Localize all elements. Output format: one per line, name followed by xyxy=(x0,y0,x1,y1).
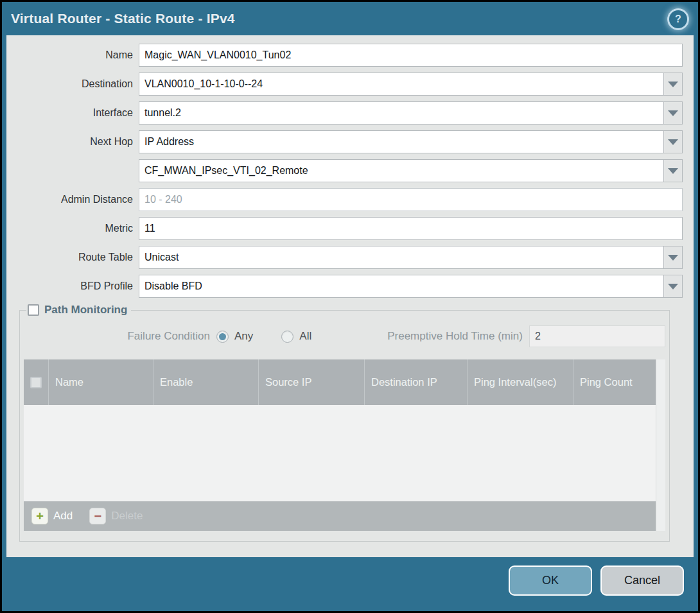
ok-button[interactable]: OK xyxy=(509,566,592,596)
select-all-header-cell xyxy=(24,359,48,405)
interface-dropdown-button[interactable] xyxy=(664,101,683,125)
next-hop-type-input[interactable] xyxy=(139,130,664,153)
failure-condition-label: Failure Condition xyxy=(24,330,216,343)
admin-distance-field-wrap xyxy=(139,188,683,211)
delete-button[interactable]: − Delete xyxy=(89,508,143,524)
add-plus-icon: + xyxy=(31,508,48,524)
next-hop-dropdown-button[interactable] xyxy=(664,130,683,153)
form-row-next-hop-address xyxy=(6,159,683,182)
preemptive-hold-time-input[interactable] xyxy=(529,325,665,347)
radio-selected-icon[interactable] xyxy=(216,331,229,343)
path-monitoring-title: Path Monitoring xyxy=(44,304,127,316)
destination-combo xyxy=(139,73,683,96)
name-field-wrap xyxy=(139,44,683,67)
preemptive-hold-time-label: Preemptive Hold Time (min) xyxy=(387,330,529,343)
column-header-source-ip[interactable]: Source IP xyxy=(258,359,364,405)
admin-distance-input[interactable] xyxy=(139,188,683,211)
next-hop-address-dropdown-button[interactable] xyxy=(664,159,683,182)
failure-condition-radio-group: Any All xyxy=(216,330,311,343)
delete-minus-icon: − xyxy=(89,508,106,524)
name-input[interactable] xyxy=(139,44,683,67)
dialog-frame: Virtual Router - Static Route - IPv4 ? N… xyxy=(2,2,698,611)
delete-button-label: Delete xyxy=(111,510,143,522)
chevron-down-icon xyxy=(668,255,678,261)
chevron-down-icon xyxy=(668,82,678,87)
admin-distance-label: Admin Distance xyxy=(6,194,139,205)
bfd-profile-combo xyxy=(139,275,683,298)
form-row-name: Name xyxy=(6,44,683,67)
form-row-admin-distance: Admin Distance xyxy=(6,188,683,211)
next-hop-address-combo xyxy=(139,159,683,182)
route-table-label: Route Table xyxy=(6,252,139,263)
interface-combo xyxy=(139,101,683,125)
table-scrollbar-track[interactable] xyxy=(656,359,665,531)
chevron-down-icon xyxy=(668,284,678,289)
cancel-button[interactable]: Cancel xyxy=(600,566,684,596)
chevron-down-icon xyxy=(668,139,678,145)
screenshot-root: Virtual Router - Static Route - IPv4 ? N… xyxy=(0,0,700,613)
interface-label: Interface xyxy=(6,107,139,119)
route-table-input[interactable] xyxy=(139,246,664,269)
next-hop-address-input[interactable] xyxy=(139,159,664,182)
path-monitoring-table: Name Enable Source IP Destination IP Pin… xyxy=(24,359,665,531)
metric-field-wrap xyxy=(139,217,683,240)
form-row-route-table: Route Table xyxy=(6,246,683,269)
metric-input[interactable] xyxy=(139,217,683,240)
bfd-profile-dropdown-button[interactable] xyxy=(664,275,683,298)
form-row-destination: Destination xyxy=(6,73,683,96)
dialog-footer: OK Cancel xyxy=(2,557,698,611)
add-button[interactable]: + Add xyxy=(31,508,73,524)
dialog-title: Virtual Router - Static Route - IPv4 xyxy=(11,11,235,26)
form-row-bfd-profile: BFD Profile xyxy=(6,275,683,298)
column-header-enable[interactable]: Enable xyxy=(153,359,258,405)
route-table-combo xyxy=(139,246,683,269)
path-monitoring-checkbox[interactable] xyxy=(28,304,39,316)
table-body-empty xyxy=(24,405,656,501)
table-toolbar: + Add − Delete xyxy=(24,501,656,531)
metric-label: Metric xyxy=(6,223,139,234)
column-header-name[interactable]: Name xyxy=(48,359,153,405)
path-monitoring-controls: Failure Condition Any All Preemptive Hol… xyxy=(24,325,665,347)
column-header-destination-ip[interactable]: Destination IP xyxy=(364,359,467,405)
failure-condition-any-label: Any xyxy=(234,330,253,343)
radio-unselected-icon[interactable] xyxy=(281,331,293,343)
form-row-interface: Interface xyxy=(6,101,683,125)
path-monitoring-table-main: Name Enable Source IP Destination IP Pin… xyxy=(24,359,656,531)
form-row-next-hop: Next Hop xyxy=(6,130,683,153)
route-table-dropdown-button[interactable] xyxy=(664,246,683,269)
bfd-profile-label: BFD Profile xyxy=(6,281,139,292)
form-row-metric: Metric xyxy=(6,217,683,240)
help-icon[interactable]: ? xyxy=(667,8,689,30)
select-all-checkbox[interactable] xyxy=(30,377,42,388)
next-hop-label: Next Hop xyxy=(6,136,139,148)
radio-dot xyxy=(219,333,226,340)
bfd-profile-input[interactable] xyxy=(139,275,664,298)
table-header-row: Name Enable Source IP Destination IP Pin… xyxy=(24,359,656,405)
name-label: Name xyxy=(6,49,139,61)
chevron-down-icon xyxy=(668,168,678,174)
failure-condition-all-label: All xyxy=(299,330,311,343)
add-button-label: Add xyxy=(53,510,73,522)
next-hop-combo xyxy=(139,130,683,153)
destination-dropdown-button[interactable] xyxy=(664,73,683,96)
failure-condition-any-option[interactable]: Any xyxy=(216,330,253,343)
dialog-title-bar: Virtual Router - Static Route - IPv4 ? xyxy=(2,2,698,35)
destination-label: Destination xyxy=(6,78,139,90)
dialog-body: Name Destination Interface xyxy=(6,35,694,557)
column-header-ping-count[interactable]: Ping Count xyxy=(573,359,656,405)
path-monitoring-section: Path Monitoring Failure Condition Any Al… xyxy=(19,304,670,542)
column-header-ping-interval[interactable]: Ping Interval(sec) xyxy=(467,359,573,405)
chevron-down-icon xyxy=(668,110,678,116)
destination-input[interactable] xyxy=(139,73,664,96)
failure-condition-all-option[interactable]: All xyxy=(281,330,311,343)
interface-input[interactable] xyxy=(139,101,664,125)
path-monitoring-legend: Path Monitoring xyxy=(26,304,131,316)
